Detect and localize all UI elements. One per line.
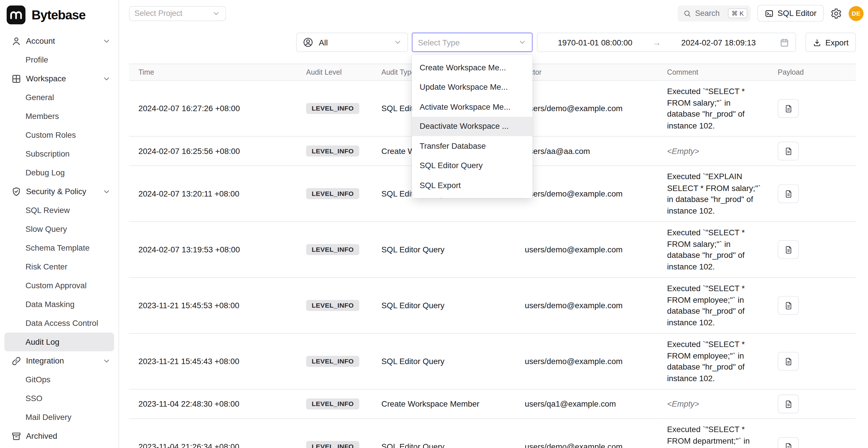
dropdown-item-sql-export[interactable]: SQL Export (412, 175, 533, 195)
sidebar-item-label: Debug Log (26, 168, 65, 177)
audit-level-badge: LEVEL_INFO (306, 188, 359, 199)
payload-view-button[interactable] (778, 99, 799, 118)
sidebar-item-debug-log[interactable]: Debug Log (4, 163, 114, 182)
dropdown-item-deactivate-workspace[interactable]: Deactivate Workspace ... (412, 116, 533, 136)
sidebar-section-label: Security & Policy (26, 187, 86, 196)
dropdown-item-create-workspace-me[interactable]: Create Workspace Me... (412, 58, 533, 77)
payload-view-button[interactable] (778, 240, 799, 259)
sidebar-item-subscription[interactable]: Subscription (4, 145, 114, 163)
cell-audit-level: LEVEL_INFO (297, 333, 372, 389)
cell-time: 2023-11-21 15:45:53 +08:00 (129, 278, 297, 333)
brand-logo[interactable]: Bytebase (0, 0, 118, 29)
payload-view-button[interactable] (778, 394, 799, 413)
date-range-picker[interactable]: 1970-01-01 08:00:00 → 2024-02-07 18:09:1… (537, 33, 796, 52)
sidebar-section-account[interactable]: Account (4, 32, 114, 50)
cell-payload (768, 333, 856, 389)
cell-actor: users/demo@example.com (515, 278, 657, 333)
cell-payload (768, 278, 856, 333)
type-filter-select[interactable]: Select Type (412, 33, 533, 52)
sidebar-item-mail-delivery[interactable]: Mail Delivery (4, 408, 114, 426)
sidebar-item-profile[interactable]: Profile (4, 50, 114, 69)
sql-editor-button[interactable]: SQL Editor (757, 5, 824, 22)
cell-time: 2024-02-07 13:20:11 +08:00 (129, 166, 297, 222)
sidebar-item-custom-approval[interactable]: Custom Approval (4, 276, 114, 295)
sidebar-item-label: SSO (26, 394, 42, 403)
sidebar-item-label: Data Access Control (26, 319, 98, 328)
sidebar-item-label: Members (26, 112, 59, 121)
search-input[interactable]: Search ⌘ K (678, 5, 750, 21)
cell-time: 2024-02-07 13:19:53 +08:00 (129, 222, 297, 278)
audit-level-badge: LEVEL_INFO (306, 398, 359, 410)
sidebar-item-label: Mail Delivery (26, 413, 71, 422)
sidebar-section-security-policy[interactable]: Security & Policy (4, 182, 114, 201)
sidebar-item-label: Custom Approval (26, 281, 87, 290)
sidebar-item-label: Risk Center (26, 262, 67, 271)
sidebar-item-members[interactable]: Members (4, 107, 114, 126)
sidebar-item-label: SQL Review (26, 206, 70, 215)
sidebar-section-archived[interactable]: Archived (4, 426, 114, 445)
column-header-actor: Actor (515, 64, 657, 81)
table-row: 2023-11-04 22:48:30 +08:00LEVEL_INFOCrea… (129, 389, 856, 418)
chevron-down-icon (212, 9, 220, 18)
cell-time: 2023-11-21 15:45:43 +08:00 (129, 333, 297, 389)
sidebar: Bytebase AccountProfileWorkspaceGeneralM… (0, 0, 119, 448)
cell-actor: users/aa@aa.com (515, 136, 657, 165)
cell-audit-type: SQL Editor Query (372, 418, 515, 448)
sidebar-item-sso[interactable]: SSO (4, 389, 114, 408)
sidebar-item-slow-query[interactable]: Slow Query (4, 220, 114, 238)
sidebar-item-schema-template[interactable]: Schema Template (4, 238, 114, 257)
topbar: Select Project Search ⌘ K SQL Editor DE (120, 0, 868, 27)
sidebar-item-audit-log[interactable]: Audit Log (4, 332, 114, 351)
sidebar-item-label: Profile (26, 55, 48, 64)
cell-time: 2024-02-07 16:25:56 +08:00 (129, 136, 297, 165)
chevron-down-icon (102, 357, 111, 365)
date-from-input[interactable]: 1970-01-01 08:00:00 (538, 38, 653, 47)
export-button[interactable]: Export (805, 33, 856, 52)
avatar[interactable]: DE (848, 6, 864, 21)
audit-level-badge: LEVEL_INFO (306, 300, 359, 311)
link-icon (11, 355, 22, 366)
sidebar-item-custom-roles[interactable]: Custom Roles (4, 126, 114, 145)
dropdown-item-update-workspace-me[interactable]: Update Workspace Me... (412, 77, 533, 97)
payload-view-button[interactable] (778, 437, 799, 448)
project-select[interactable]: Select Project (129, 6, 226, 21)
cell-audit-type: Create Workspace Member (372, 389, 515, 418)
table-row: 2023-11-21 15:45:53 +08:00LEVEL_INFOSQL … (129, 278, 856, 333)
cell-time: 2024-02-07 16:27:26 +08:00 (129, 81, 297, 136)
date-to-input[interactable]: 2024-02-07 18:09:13 (661, 38, 776, 47)
search-label: Search (695, 9, 720, 18)
cell-payload (768, 81, 856, 136)
sidebar-item-risk-center[interactable]: Risk Center (4, 257, 114, 276)
cell-payload (768, 389, 856, 418)
gear-icon[interactable] (830, 7, 842, 19)
brand-name: Bytebase (32, 7, 85, 23)
sidebar-item-label: Subscription (26, 149, 70, 158)
sidebar-section-label: Integration (26, 356, 64, 365)
comment-text: Executed `"SELECT * FROM salary;"` in da… (667, 227, 764, 272)
sidebar-item-sql-review[interactable]: SQL Review (4, 201, 114, 220)
type-filter-placeholder: Select Type (418, 38, 460, 47)
cell-audit-level: LEVEL_INFO (297, 136, 372, 165)
app-window: Bytebase AccountProfileWorkspaceGeneralM… (0, 0, 868, 448)
cell-comment: <Empty> (657, 136, 768, 165)
calendar-icon[interactable] (779, 37, 789, 47)
payload-view-button[interactable] (778, 141, 799, 160)
cell-audit-level: LEVEL_INFO (297, 222, 372, 278)
sidebar-item-data-masking[interactable]: Data Masking (4, 295, 114, 314)
sidebar-section-integration[interactable]: Integration (4, 351, 114, 370)
payload-view-button[interactable] (778, 184, 799, 203)
dropdown-item-sql-editor-query[interactable]: SQL Editor Query (412, 156, 533, 175)
sidebar-item-gitops[interactable]: GitOps (4, 370, 114, 389)
payload-view-button[interactable] (778, 352, 799, 371)
cell-audit-type: SQL Editor Query (372, 278, 515, 333)
dropdown-item-transfer-database[interactable]: Transfer Database (412, 136, 533, 156)
dropdown-item-activate-workspace-me[interactable]: Activate Workspace Me... (412, 97, 533, 117)
cell-comment: Executed `"SELECT * FROM department;"` i… (657, 418, 768, 448)
payload-view-button[interactable] (778, 296, 799, 315)
search-icon (683, 9, 691, 18)
sidebar-section-workspace[interactable]: Workspace (4, 69, 114, 88)
sidebar-item-data-access-control[interactable]: Data Access Control (4, 314, 114, 332)
sidebar-item-general[interactable]: General (4, 88, 114, 107)
actor-filter-select[interactable]: All (296, 33, 408, 52)
comment-text: Executed `"SELECT * FROM salary;"` in da… (667, 86, 764, 131)
